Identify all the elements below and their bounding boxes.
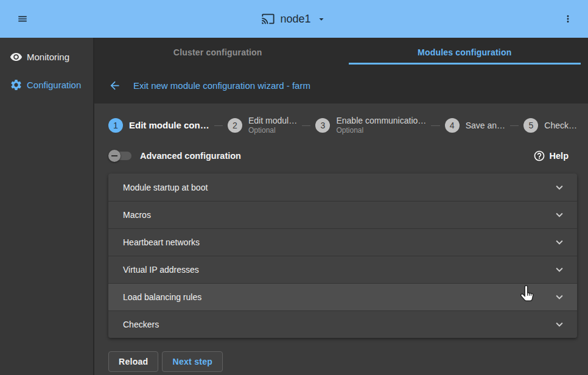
node-title: node1 bbox=[280, 13, 310, 26]
kebab-icon bbox=[562, 13, 573, 25]
expand-chevron-icon[interactable] bbox=[553, 263, 566, 276]
panel-virtual-ip-addresses[interactable]: Virtual IP addresses bbox=[108, 256, 577, 283]
step-number-badge: 5 bbox=[523, 118, 538, 133]
step-4-save[interactable]: 4 Save an… bbox=[445, 118, 505, 133]
panel-load-balancing-rules[interactable]: Load balancing rules bbox=[108, 283, 577, 310]
step-label: Edit module con… bbox=[129, 120, 209, 131]
panel-title: Virtual IP addresses bbox=[123, 265, 553, 275]
chevron-down-icon bbox=[317, 14, 327, 24]
hamburger-icon bbox=[16, 13, 29, 24]
step-label: Enable communicatio… bbox=[336, 116, 426, 126]
step-5-check[interactable]: 5 Check… bbox=[523, 118, 577, 133]
back-arrow-icon bbox=[108, 79, 121, 92]
expand-chevron-icon[interactable] bbox=[553, 236, 566, 249]
toggle-off-minus-icon bbox=[111, 155, 117, 156]
panel-title: Module startup at boot bbox=[123, 183, 553, 192]
sidebar: Monitoring Configuration bbox=[0, 38, 94, 375]
panel-heartbeat-networks[interactable]: Heartbeart networks bbox=[108, 228, 577, 256]
cast-icon bbox=[261, 12, 275, 26]
toggle-thumb bbox=[108, 150, 121, 162]
node-selector[interactable]: node1 bbox=[257, 12, 330, 26]
header-band: Cluster configuration Modules configurat… bbox=[94, 38, 588, 103]
panel-title: Load balancing rules bbox=[123, 292, 553, 302]
next-step-button[interactable]: Next step bbox=[162, 351, 223, 372]
sidebar-item-label: Configuration bbox=[27, 80, 81, 90]
expand-chevron-icon[interactable] bbox=[553, 181, 566, 194]
step-label: Save an… bbox=[466, 121, 505, 131]
tab-label: Cluster configuration bbox=[173, 47, 262, 57]
tab-cluster-configuration[interactable]: Cluster configuration bbox=[94, 38, 341, 67]
panel-title: Macros bbox=[123, 210, 553, 220]
step-connector bbox=[302, 125, 310, 126]
help-label: Help bbox=[550, 151, 569, 161]
advanced-configuration-toggle[interactable] bbox=[110, 152, 131, 160]
reload-button[interactable]: Reload bbox=[108, 351, 158, 372]
app-window: node1 Monitoring Configuration Cluste bbox=[0, 0, 588, 375]
panel-module-startup-at-boot[interactable]: Module startup at boot bbox=[108, 173, 577, 201]
wizard-content: 1 Edit module con… 2 Edit modul… Optiona… bbox=[94, 103, 588, 375]
sidebar-item-label: Monitoring bbox=[27, 52, 69, 62]
kebab-menu-button[interactable] bbox=[562, 13, 573, 25]
advanced-configuration-label: Advanced configuration bbox=[140, 151, 241, 161]
step-label: Edit modul… bbox=[248, 116, 297, 126]
step-connector bbox=[510, 125, 519, 126]
tab-modules-configuration[interactable]: Modules configuration bbox=[341, 38, 588, 67]
step-3-enable-communication[interactable]: 3 Enable communicatio… Optional bbox=[315, 116, 426, 135]
step-optional-label: Optional bbox=[248, 126, 297, 135]
step-2-edit-module-optional[interactable]: 2 Edit modul… Optional bbox=[228, 116, 297, 135]
wizard-stepper: 1 Edit module con… 2 Edit modul… Optiona… bbox=[108, 112, 577, 139]
step-number-badge: 2 bbox=[228, 118, 242, 133]
panel-macros[interactable]: Macros bbox=[108, 201, 577, 228]
step-connector bbox=[214, 125, 223, 126]
wizard-footer: Reload Next step bbox=[108, 351, 577, 372]
eye-icon bbox=[10, 51, 23, 63]
topbar: node1 bbox=[0, 0, 588, 38]
settings-accordion: Module startup at boot Macros Heartbeart… bbox=[108, 173, 577, 338]
options-row: Advanced configuration Help bbox=[108, 145, 577, 167]
tab-bar: Cluster configuration Modules configurat… bbox=[94, 38, 588, 67]
expand-chevron-icon[interactable] bbox=[553, 318, 566, 331]
menu-button[interactable] bbox=[16, 13, 29, 24]
exit-wizard-back-button[interactable] bbox=[108, 79, 121, 92]
wizard-exit-label[interactable]: Exit new module configuration wizard - f… bbox=[133, 80, 310, 91]
step-number-badge: 4 bbox=[445, 118, 460, 133]
step-label: Check… bbox=[544, 121, 577, 131]
sidebar-item-monitoring[interactable]: Monitoring bbox=[0, 43, 93, 71]
panel-title: Heartbeart networks bbox=[123, 237, 553, 247]
gear-icon bbox=[10, 79, 23, 91]
expand-chevron-icon[interactable] bbox=[553, 208, 566, 222]
step-optional-label: Optional bbox=[336, 126, 426, 135]
step-number-badge: 3 bbox=[315, 118, 330, 133]
step-number-badge: 1 bbox=[108, 118, 123, 133]
main-area: Cluster configuration Modules configurat… bbox=[94, 38, 588, 375]
active-tab-indicator bbox=[349, 63, 581, 65]
help-button[interactable]: Help bbox=[530, 149, 577, 163]
expand-chevron-icon[interactable] bbox=[553, 290, 566, 304]
sidebar-item-configuration[interactable]: Configuration bbox=[0, 71, 93, 99]
panel-title: Checkers bbox=[123, 320, 553, 329]
help-icon bbox=[533, 150, 545, 162]
step-connector bbox=[431, 125, 439, 126]
tab-label: Modules configuration bbox=[418, 47, 511, 57]
step-1-edit-module[interactable]: 1 Edit module con… bbox=[108, 118, 209, 133]
wizard-header: Exit new module configuration wizard - f… bbox=[94, 67, 588, 103]
panel-checkers[interactable]: Checkers bbox=[108, 310, 577, 338]
